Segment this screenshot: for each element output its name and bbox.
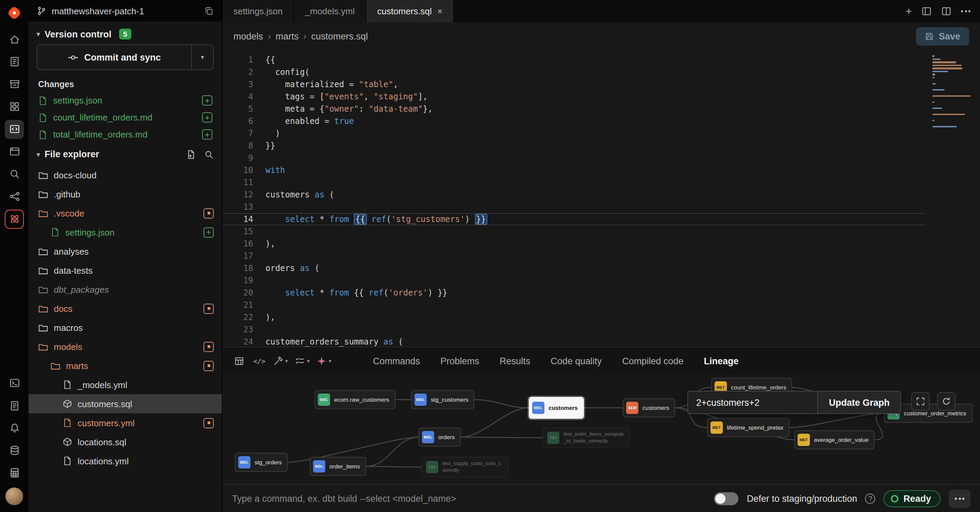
file-explorer-header[interactable]: ▾ File explorer [29, 143, 222, 163]
tree-item-dbt_packages[interactable]: dbt_packages [29, 280, 222, 299]
terminal-icon[interactable] [5, 373, 24, 392]
format-icon[interactable]: ▾ [292, 351, 312, 370]
code-line-15[interactable]: 15 [223, 225, 926, 238]
close-tab-icon[interactable]: × [437, 6, 442, 16]
tree-item-models[interactable]: models [29, 337, 222, 356]
keypad-icon[interactable] [5, 463, 24, 482]
panel-tab-lineage[interactable]: Lineage [694, 347, 749, 375]
code-line-24[interactable]: 24customer_orders_summary as ( [223, 336, 926, 346]
new-file-icon[interactable] [186, 150, 196, 159]
results-table-icon[interactable] [229, 351, 248, 370]
code-line-10[interactable]: 10with [223, 164, 926, 176]
fullscreen-icon[interactable] [911, 392, 930, 411]
panel-tab-problems[interactable]: Problems [430, 347, 489, 375]
tree-item-settings.json[interactable]: settings.json+ [29, 223, 222, 242]
notebook-icon[interactable] [5, 52, 24, 71]
tree-item-data-tests[interactable]: data-tests [29, 261, 222, 280]
code-line-2[interactable]: 2 config( [223, 66, 926, 78]
code-lines[interactable]: 1{{2 config(3 materialized = "table",4 t… [223, 54, 926, 346]
bell-icon[interactable] [5, 418, 24, 437]
tree-item-.github[interactable]: .github [29, 185, 222, 204]
code-line-20[interactable]: 20 select * from {{ ref('orders') }} [223, 287, 926, 299]
code-line-3[interactable]: 3 materialized = "table", [223, 78, 926, 91]
breadcrumb-item-marts[interactable]: marts [275, 31, 299, 41]
logs-icon[interactable] [5, 396, 24, 415]
code-line-8[interactable]: 8}} [223, 140, 926, 152]
panel-tab-compiled-code[interactable]: Compiled code [612, 347, 694, 375]
breadcrumb-item-customers.sql[interactable]: customers.sql [311, 31, 368, 41]
command-input[interactable] [232, 493, 706, 504]
home-icon[interactable] [5, 30, 24, 49]
develop-icon[interactable] [5, 120, 24, 139]
code-line-1[interactable]: 1{{ [223, 54, 926, 66]
lineage-node-test_supply[interactable]: TSTtest_supply_costs_sum_correctly [421, 457, 508, 477]
version-control-header[interactable]: ▾ Version control 5 [29, 22, 222, 43]
changed-file-total_lifetime_orders.md[interactable]: total_lifetime_orders.md+ [29, 126, 222, 143]
minimap[interactable] [932, 55, 972, 129]
code-line-21[interactable]: 21 [223, 299, 926, 311]
code-line-23[interactable]: 23 [223, 324, 926, 336]
status-badge[interactable]: Ready [884, 490, 940, 507]
code-line-18[interactable]: 18orders as ( [223, 262, 926, 274]
tree-item-customers.sql[interactable]: customers.sql [29, 394, 222, 413]
tree-item-marts[interactable]: marts [29, 356, 222, 375]
copilot-icon[interactable] [5, 209, 24, 228]
split-editor-icon[interactable] [941, 6, 951, 16]
save-button[interactable]: Save [916, 27, 969, 45]
tree-item-analyses[interactable]: analyses [29, 242, 222, 261]
lineage-node-stg_customers[interactable]: MDLstg_customers [411, 390, 475, 409]
panel-tab-code-quality[interactable]: Code quality [540, 347, 612, 375]
lineage-node-stg_orders[interactable]: MDLstg_orders [235, 453, 288, 472]
code-line-19[interactable]: 19 [223, 274, 926, 287]
lineage-node-orders[interactable]: MDLorders [418, 427, 461, 447]
tree-item-docs[interactable]: docs [29, 299, 222, 318]
code-line-5[interactable]: 5 meta = {"owner": "data-team"}, [223, 103, 926, 115]
new-tab-icon[interactable]: + [905, 6, 912, 17]
changed-file-settings.json[interactable]: settings.json+ [29, 92, 222, 109]
lineage-selector-input[interactable] [688, 391, 817, 413]
lineage-node-average_order_value[interactable]: METaverage_order_value [794, 430, 875, 449]
code-line-9[interactable]: 9 [223, 152, 926, 164]
commit-options-dropdown[interactable]: ▾ [191, 45, 213, 69]
tree-item-locations.sql[interactable]: locations.sql [29, 432, 222, 451]
code-line-17[interactable]: 17 [223, 250, 926, 262]
apps-icon[interactable] [5, 97, 24, 116]
code-line-13[interactable]: 13 [223, 201, 926, 213]
code-line-12[interactable]: 12customers as ( [223, 188, 926, 201]
search-files-icon[interactable] [204, 150, 214, 159]
code-preview-icon[interactable]: </> [250, 351, 269, 370]
tab-customers.sql[interactable]: customers.sql× [366, 0, 454, 22]
code-line-6[interactable]: 6 enabled = true [223, 115, 926, 127]
ai-fix-icon[interactable]: ▾ [314, 351, 334, 370]
more-options-button[interactable] [949, 489, 970, 507]
defer-toggle[interactable] [714, 492, 739, 505]
code-line-11[interactable]: 11 [223, 176, 926, 188]
tree-item-macros[interactable]: macros [29, 318, 222, 337]
code-line-4[interactable]: 4 tags = ["events", "staging"], [223, 91, 926, 103]
lineage-node-order_items[interactable]: MDLorder_items [310, 457, 366, 476]
tree-item-.vscode[interactable]: .vscode [29, 204, 222, 223]
lineage-node-raw_customers[interactable]: SRCecom.raw_customers [314, 390, 395, 409]
update-graph-button[interactable]: Update Graph [817, 391, 901, 413]
tree-item-locations.yml[interactable]: locations.yml [29, 451, 222, 471]
lineage-node-lifetime_spend_pretax[interactable]: METlifetime_spend_pretax [707, 418, 789, 437]
panel-tab-results[interactable]: Results [489, 347, 540, 375]
changed-file-count_lifetime_orders.md[interactable]: count_lifetime_orders.md+ [29, 109, 222, 126]
tree-item-customers.yml[interactable]: customers.yml [29, 413, 222, 432]
more-actions-icon[interactable] [961, 10, 970, 12]
tab-settings.json[interactable]: settings.json [223, 0, 294, 22]
lineage-node-test_order_items[interactable]: TSTtest_order_items_compute_to_bools_cor… [542, 427, 630, 448]
branch-name[interactable]: matthewshaver-patch-1 [52, 6, 144, 16]
commit-and-sync-main[interactable]: Commit and sync [37, 45, 191, 69]
lineage-node-customers[interactable]: MDLcustomers [529, 397, 584, 419]
archive-icon[interactable] [5, 75, 24, 94]
lineage-node-customers_sem[interactable]: SEMcustomers [623, 398, 675, 417]
search-icon[interactable] [5, 164, 24, 183]
user-avatar[interactable] [5, 488, 23, 505]
code-line-22[interactable]: 22), [223, 311, 926, 324]
commit-and-sync-button[interactable]: Commit and sync ▾ [37, 44, 214, 70]
code-line-14[interactable]: 14 select * from {{ ref('stg_customers')… [223, 213, 926, 225]
tree-item-_models.yml[interactable]: _models.yml [29, 375, 222, 394]
panel-tab-commands[interactable]: Commands [363, 347, 430, 375]
build-icon[interactable]: ▾ [270, 351, 291, 370]
